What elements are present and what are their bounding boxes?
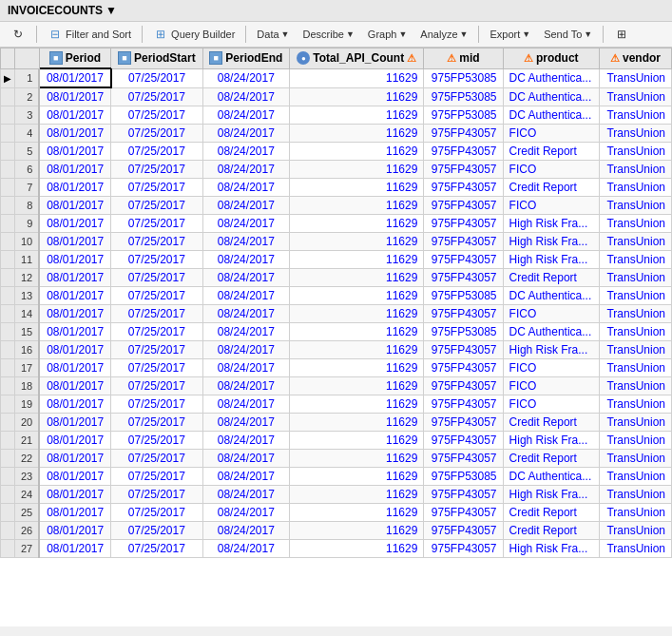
period-start-cell: 07/25/2017: [111, 341, 202, 359]
period-end-cell: 08/24/2017: [202, 215, 290, 233]
table-container: ■ Period ■ PeriodStart ■ PeriodEnd: [0, 48, 672, 626]
row-arrow-cell: [1, 305, 15, 323]
vendor-cell: TransUnion: [600, 161, 672, 179]
grid-view-button[interactable]: ⊞: [609, 25, 634, 44]
data-label: Data: [257, 29, 278, 40]
period-start-cell: 07/25/2017: [111, 287, 202, 305]
period-start-cell: 07/25/2017: [111, 468, 202, 486]
total-api-count-cell: 11629: [290, 504, 424, 522]
vendor-col-header[interactable]: ⚠ vendor: [600, 48, 672, 69]
period-start-cell: 07/25/2017: [111, 143, 202, 161]
period-start-cell: 07/25/2017: [111, 269, 202, 287]
row-arrow-cell: [1, 540, 15, 558]
mid-cell: 975FP53085: [424, 323, 503, 341]
row-number-cell: 4: [15, 125, 40, 143]
period-cell: 08/01/2017: [39, 468, 110, 486]
mid-cell: 975FP43057: [424, 540, 503, 558]
product-cell: High Risk Fra...: [503, 233, 599, 251]
product-cell: High Risk Fra...: [503, 486, 599, 504]
vendor-cell: TransUnion: [600, 287, 672, 305]
filter-sort-button[interactable]: ⊟ Filter and Sort: [43, 25, 136, 44]
total-api-count-cell: 11629: [290, 486, 424, 504]
row-number-cell: 3: [15, 106, 40, 125]
period-end-cell: 08/24/2017: [202, 197, 290, 215]
row-arrow-cell: [1, 161, 15, 179]
send-to-dropdown[interactable]: Send To ▼: [539, 27, 597, 42]
mid-cell: 975FP43057: [424, 161, 503, 179]
row-number-cell: 16: [15, 341, 40, 359]
mid-col-header[interactable]: ⚠ mid: [424, 48, 503, 69]
graph-arrow: ▼: [398, 29, 407, 39]
period-start-col-label: PeriodStart: [134, 51, 196, 65]
refresh-icon: ↻: [10, 27, 26, 42]
period-cell: 08/01/2017: [39, 486, 110, 504]
period-cell: 08/01/2017: [39, 161, 110, 179]
mid-cell: 975FP53085: [424, 87, 503, 106]
period-cell: 08/01/2017: [39, 179, 110, 197]
export-dropdown[interactable]: Export ▼: [485, 27, 535, 42]
total-api-count-cell: 11629: [290, 450, 424, 468]
vendor-cell: TransUnion: [600, 87, 672, 106]
mid-cell: 975FP43057: [424, 341, 503, 359]
period-end-cell: 08/24/2017: [202, 377, 290, 395]
period-end-cell: 08/24/2017: [202, 68, 290, 87]
data-dropdown[interactable]: Data ▼: [252, 27, 294, 42]
period-end-col-header[interactable]: ■ PeriodEnd: [202, 48, 290, 69]
total-api-count-col-header[interactable]: ● Total_API_Count ⚠: [290, 48, 424, 69]
mid-warn-icon: ⚠: [447, 52, 456, 65]
product-col-header[interactable]: ⚠ product: [503, 48, 599, 69]
data-arrow: ▼: [281, 29, 290, 39]
period-start-cell: 07/25/2017: [111, 486, 202, 504]
row-arrow-cell: [1, 504, 15, 522]
mid-cell: 975FP43057: [424, 432, 503, 450]
mid-cell: 975FP43057: [424, 197, 503, 215]
mid-col-label: mid: [459, 51, 479, 65]
toolbar-separator-5: [603, 26, 604, 43]
period-col-header[interactable]: ■ Period: [39, 48, 110, 69]
period-start-cell: 07/25/2017: [111, 377, 202, 395]
product-cell: High Risk Fra...: [503, 341, 599, 359]
vendor-cell: TransUnion: [600, 486, 672, 504]
period-end-col-icon: ■: [209, 51, 222, 65]
analyze-dropdown[interactable]: Analyze ▼: [415, 27, 472, 42]
row-arrow-cell: [1, 432, 15, 450]
refresh-button[interactable]: ↻: [6, 25, 30, 44]
row-number-cell: 21: [15, 432, 40, 450]
vendor-cell: TransUnion: [600, 414, 672, 432]
row-arrow-cell: [1, 377, 15, 395]
total-api-count-col-label: Total_API_Count: [313, 51, 404, 65]
period-end-cell: 08/24/2017: [202, 143, 290, 161]
query-builder-icon: ⊞: [153, 27, 168, 42]
product-cell: DC Authentica...: [503, 287, 599, 305]
product-cell: Credit Report: [503, 143, 599, 161]
describe-dropdown[interactable]: Describe ▼: [298, 27, 359, 42]
describe-label: Describe: [303, 29, 344, 40]
product-cell: FICO: [503, 395, 599, 414]
query-builder-button[interactable]: ⊞ Query Builder: [148, 25, 240, 44]
row-arrow-cell: [1, 251, 15, 269]
row-arrow-cell: [1, 233, 15, 251]
period-cell: 08/01/2017: [39, 233, 110, 251]
period-cell: 08/01/2017: [39, 251, 110, 269]
product-cell: FICO: [503, 305, 599, 323]
period-start-col-header[interactable]: ■ PeriodStart: [111, 48, 202, 69]
period-start-cell: 07/25/2017: [111, 414, 202, 432]
row-indicator-col: [1, 48, 15, 69]
row-number-cell: 15: [15, 323, 40, 341]
export-label: Export: [490, 29, 520, 40]
total-api-count-cell: 11629: [290, 215, 424, 233]
row-arrow-cell: [1, 341, 15, 359]
mid-cell: 975FP43057: [424, 125, 503, 143]
table-row: 508/01/201707/25/201708/24/201711629975F…: [1, 143, 672, 161]
vendor-cell: TransUnion: [600, 305, 672, 323]
row-number-cell: 13: [15, 287, 40, 305]
period-cell: 08/01/2017: [39, 68, 110, 87]
row-number-cell: 22: [15, 450, 40, 468]
period-end-cell: 08/24/2017: [202, 87, 290, 106]
title-dropdown-arrow[interactable]: ▼: [106, 4, 117, 17]
mid-cell: 975FP43057: [424, 377, 503, 395]
period-cell: 08/01/2017: [39, 323, 110, 341]
table-row: 908/01/201707/25/201708/24/201711629975F…: [1, 215, 672, 233]
period-cell: 08/01/2017: [39, 377, 110, 395]
graph-dropdown[interactable]: Graph ▼: [363, 27, 413, 42]
